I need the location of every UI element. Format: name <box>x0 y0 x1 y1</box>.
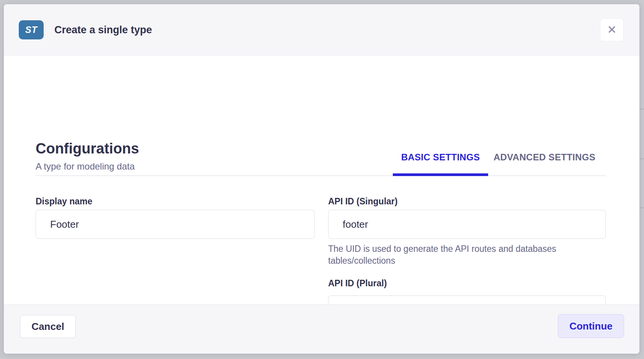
active-tab-underline <box>393 173 488 176</box>
configurations-heading: Configurations <box>36 140 139 157</box>
tab-advanced-settings[interactable]: ADVANCED SETTINGS <box>483 152 606 163</box>
display-name-label: Display name <box>36 196 92 207</box>
modal-body: Configurations A type for modeling data … <box>4 56 639 304</box>
modal-footer: Cancel Continue <box>4 304 639 354</box>
api-id-plural-label: API ID (Plural) <box>328 278 387 289</box>
single-type-badge-icon: ST <box>19 20 44 39</box>
tab-basic-settings[interactable]: BASIC SETTINGS <box>393 152 488 163</box>
api-id-singular-input[interactable] <box>328 210 606 239</box>
api-id-singular-label: API ID (Singular) <box>328 196 397 207</box>
api-id-singular-hint: The UID is used to generate the API rout… <box>328 243 600 267</box>
configurations-subheading: A type for modeling data <box>36 161 135 172</box>
modal-title: Create a single type <box>54 4 152 55</box>
create-single-type-modal: ST Create a single type ✕ Configurations… <box>4 4 639 354</box>
close-icon: ✕ <box>607 24 616 36</box>
display-name-input[interactable] <box>36 210 315 239</box>
continue-button[interactable]: Continue <box>558 314 624 338</box>
tabs-divider <box>36 175 606 176</box>
cancel-button[interactable]: Cancel <box>20 315 76 338</box>
modal-header: ST Create a single type ✕ <box>4 4 639 55</box>
close-button[interactable]: ✕ <box>600 18 624 41</box>
